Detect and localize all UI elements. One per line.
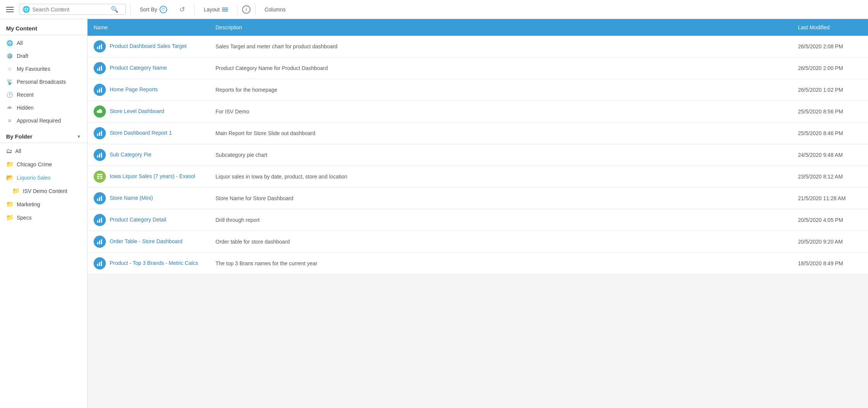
gear-icon: ⚙️	[6, 53, 13, 59]
svg-rect-17	[100, 176, 102, 177]
sidebar-divider-1	[0, 35, 87, 35]
folder-specs[interactable]: 📁 Specs	[0, 211, 87, 224]
svg-rect-28	[101, 239, 102, 244]
name-cell: Product Dashboard Sales Target	[88, 36, 209, 57]
row-icon	[94, 257, 106, 269]
folder-marketing[interactable]: 📁 Marketing	[0, 198, 87, 211]
divider-1	[130, 4, 131, 15]
divider-3	[237, 4, 238, 15]
sidebar-item-broadcasts-label: Personal Broadcasts	[17, 79, 66, 85]
name-cell: Iowa Liquor Sales (7 years) - Exasol	[88, 166, 209, 188]
table-row[interactable]: Product Category NameProduct Category Na…	[88, 57, 868, 79]
sidebar-item-all[interactable]: 🌐 All	[0, 37, 87, 49]
table-row[interactable]: Store Dashboard Report 1Main Report for …	[88, 123, 868, 144]
col-last-modified: Last Modified	[792, 19, 868, 36]
table-row[interactable]: Product Dashboard Sales TargetSales Targ…	[88, 36, 868, 57]
columns-label: Columns	[265, 6, 286, 13]
row-name-text: Sub Category Pie	[110, 151, 152, 158]
table-row[interactable]: Product Category DetailDrill through rep…	[88, 209, 868, 231]
folder-all[interactable]: 🗂 All	[0, 145, 87, 158]
by-folder-section[interactable]: By Folder ▼	[0, 127, 87, 143]
search-input[interactable]	[32, 6, 108, 13]
table-header-row: Name Description Last Modified	[88, 19, 868, 36]
row-name-text: Product Category Detail	[110, 217, 166, 223]
main-layout: My Content 🌐 All ⚙️ Draft ☆ My Favourite…	[0, 19, 868, 408]
my-content-title: My Content	[0, 19, 87, 35]
last-modified-cell: 25/5/2020 8:56 PM	[792, 101, 868, 123]
folder-liquorio[interactable]: 📂 Liquorio Sales	[0, 171, 87, 184]
folder-isv[interactable]: 📁 ISV Demo Content	[0, 184, 87, 198]
sidebar-item-broadcasts[interactable]: 📡 Personal Broadcasts	[0, 75, 87, 88]
description-cell: Liquor sales in Iowa by date, product, s…	[209, 166, 792, 188]
svg-rect-3	[97, 69, 98, 71]
row-name-text: Product - Top 3 Brands - Metric Calcs	[110, 260, 198, 266]
svg-rect-24	[99, 219, 100, 223]
info-icon[interactable]: i	[242, 5, 251, 14]
undo-button[interactable]: ↺	[175, 3, 190, 16]
sidebar-item-approval[interactable]: ≡ Approval Required	[0, 114, 87, 127]
svg-rect-29	[97, 264, 98, 266]
sidebar-item-favourites-label: My Favourites	[17, 66, 50, 72]
sort-by-button[interactable]: Sort By ⏱	[135, 3, 172, 16]
table-row[interactable]: Store Name (Mini)Store Name for Store Da…	[88, 188, 868, 209]
search-icon[interactable]: 🔍	[111, 6, 118, 13]
folder-all-icon: 🗂	[6, 148, 12, 155]
svg-rect-14	[101, 153, 102, 158]
sidebar-item-recent-label: Recent	[17, 92, 34, 98]
sidebar-item-hidden-label: Hidden	[17, 105, 34, 111]
broadcast-icon: 📡	[6, 78, 13, 85]
svg-rect-15	[97, 174, 102, 175]
svg-rect-26	[97, 242, 98, 244]
table-row[interactable]: Store Level DashboardFor ISV Demo25/5/20…	[88, 101, 868, 123]
last-modified-cell: 20/5/2020 9:20 AM	[792, 231, 868, 253]
sidebar-item-draft-label: Draft	[17, 53, 28, 59]
description-cell: Order table for store dashboard	[209, 231, 792, 253]
table-row[interactable]: Order Table - Store DashboardOrder table…	[88, 231, 868, 253]
layout-button[interactable]: Layout	[199, 4, 233, 15]
svg-rect-4	[99, 67, 100, 71]
table-header: Name Description Last Modified	[88, 19, 868, 36]
row-name-text: Store Name (Mini)	[110, 195, 153, 201]
folder-chicago[interactable]: 📁 Chicago Crime	[0, 158, 87, 171]
row-name-text: Product Category Name	[110, 65, 167, 71]
name-cell: Product - Top 3 Brands - Metric Calcs	[88, 253, 209, 274]
sidebar-item-hidden[interactable]: 👁 Hidden	[0, 101, 87, 114]
row-name-text: Store Dashboard Report 1	[110, 130, 172, 136]
sidebar-item-recent[interactable]: 🕐 Recent	[0, 88, 87, 101]
clock-icon: 🕐	[6, 91, 13, 98]
table-row[interactable]: Iowa Liquor Sales (7 years) - ExasolLiqu…	[88, 166, 868, 188]
sidebar-item-all-label: All	[17, 40, 23, 46]
sidebar-item-favourites[interactable]: ☆ My Favourites	[0, 62, 87, 75]
description-cell: The top 3 Brans names for the current ye…	[209, 253, 792, 274]
row-name-text: Order Table - Store Dashboard	[110, 238, 182, 244]
folder-marketing-icon: 📁	[6, 201, 14, 208]
name-cell: Product Category Name	[88, 57, 209, 79]
table-row[interactable]: Product - Top 3 Brands - Metric CalcsThe…	[88, 253, 868, 274]
last-modified-cell: 23/5/2020 8:12 AM	[792, 166, 868, 188]
name-cell: Home Page Reports	[88, 79, 209, 101]
svg-rect-0	[97, 47, 98, 49]
svg-rect-12	[97, 155, 98, 158]
sidebar-item-draft[interactable]: ⚙️ Draft	[0, 49, 87, 62]
row-name-text: Store Level Dashboard	[110, 108, 164, 114]
svg-rect-20	[97, 199, 98, 201]
name-cell: Product Category Detail	[88, 209, 209, 231]
menu-icon[interactable]	[4, 5, 16, 14]
table-row[interactable]: Home Page ReportsReports for the homepag…	[88, 79, 868, 101]
svg-rect-25	[101, 218, 102, 223]
columns-button[interactable]: Columns	[260, 4, 290, 15]
search-box: 🌐 🔍	[19, 4, 126, 15]
svg-rect-2	[101, 44, 102, 49]
last-modified-cell: 18/5/2020 8:49 PM	[792, 253, 868, 274]
table-row[interactable]: Sub Category PieSubcategory pie chart24/…	[88, 144, 868, 166]
svg-rect-11	[101, 131, 102, 136]
svg-rect-7	[99, 89, 100, 92]
svg-rect-27	[99, 241, 100, 244]
layout-lines-icon	[222, 8, 228, 11]
globe-icon: 🌐	[6, 40, 13, 46]
row-icon	[94, 105, 106, 118]
row-icon	[94, 127, 106, 139]
folder-all-label: All	[15, 148, 21, 154]
sidebar-divider-2	[0, 143, 87, 143]
name-cell: Order Table - Store Dashboard	[88, 231, 209, 253]
